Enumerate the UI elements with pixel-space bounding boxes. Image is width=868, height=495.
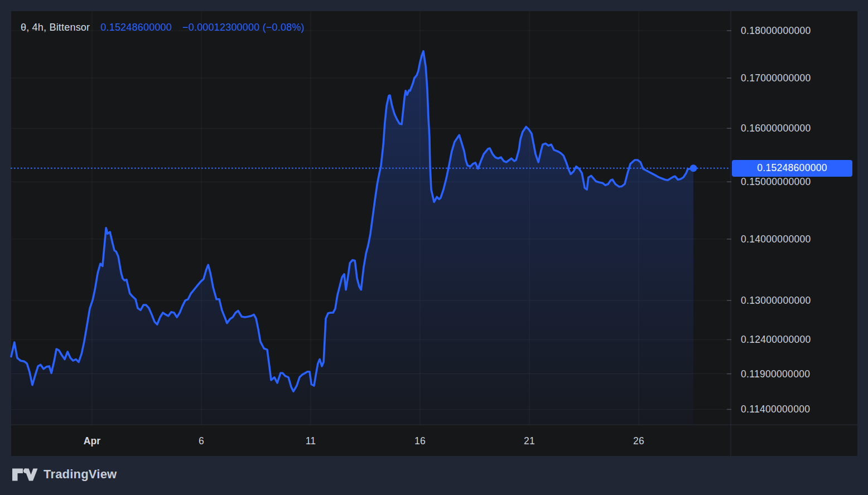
symbol-title[interactable]: θ, 4h, Bittensor xyxy=(21,22,90,33)
time-axis[interactable]: Apr611162126 xyxy=(11,425,731,456)
tradingview-logo[interactable]: TradingView xyxy=(12,467,117,482)
current-price-label: 0.15248600000 xyxy=(732,160,852,177)
price-axis-label: 0.13000000000 xyxy=(741,294,811,307)
time-axis-label: 21 xyxy=(507,435,552,447)
last-price-value: 0.15248600000 xyxy=(100,22,172,33)
tradingview-logo-icon xyxy=(12,468,38,481)
price-axis-label: 0.17000000000 xyxy=(741,72,811,84)
time-axis-label: 11 xyxy=(288,435,333,447)
price-axis-label: 0.11900000000 xyxy=(741,368,810,380)
price-axis-label: 0.16000000000 xyxy=(741,122,811,134)
price-axis-label: 0.11400000000 xyxy=(741,403,810,415)
time-axis-label: 26 xyxy=(616,435,661,447)
price-axis-label: 0.18000000000 xyxy=(741,25,811,37)
price-axis-label: 0.12400000000 xyxy=(741,333,811,346)
price-axis-label: 0.14000000000 xyxy=(741,233,811,245)
widget-frame: θ, 4h, Bittensor 0.15248600000 −0.000123… xyxy=(0,0,868,495)
tradingview-logo-text: TradingView xyxy=(44,467,117,482)
legend: θ, 4h, Bittensor 0.15248600000 −0.000123… xyxy=(21,22,305,33)
price-axis[interactable]: 0.15248600000 0.180000000000.17000000000… xyxy=(731,11,857,425)
price-change-value: −0.00012300000 (−0.08%) xyxy=(182,22,305,33)
area-fill xyxy=(11,51,693,425)
time-axis-label: 6 xyxy=(179,435,224,447)
time-axis-label: Apr xyxy=(70,435,114,447)
price-axis-label: 0.15000000000 xyxy=(741,176,811,188)
time-axis-label: 16 xyxy=(398,435,442,447)
last-point-marker xyxy=(690,164,697,172)
